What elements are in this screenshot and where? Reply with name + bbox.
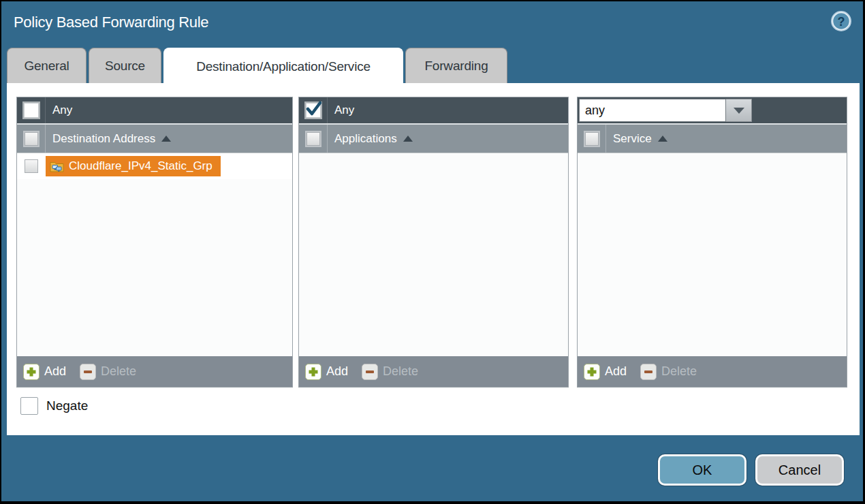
sort-asc-icon[interactable]	[403, 136, 413, 142]
add-button[interactable]: Add	[305, 364, 348, 380]
tab-bar: General Source Destination/Application/S…	[7, 48, 509, 83]
delete-button[interactable]: Delete	[362, 364, 418, 380]
applications-list	[299, 153, 568, 356]
destination-list: Cloudflare_IPv4_Static_Grp	[17, 153, 292, 356]
tab-forwarding[interactable]: Forwarding	[405, 48, 507, 83]
destination-select-all-checkbox[interactable]	[25, 132, 38, 146]
negate-row: Negate	[20, 397, 88, 415]
applications-any-checkbox[interactable]	[306, 103, 321, 118]
destination-header-row: Destination Address	[17, 125, 292, 153]
add-button[interactable]: Add	[23, 364, 66, 380]
destination-any-checkbox[interactable]	[24, 103, 39, 118]
content-panel: Any Destination Address	[7, 83, 860, 435]
help-icon[interactable]: ?	[830, 10, 852, 32]
ok-button[interactable]: OK	[658, 454, 746, 486]
delete-button[interactable]: Delete	[640, 364, 697, 380]
applications-header-row: Applications	[299, 125, 568, 153]
destination-any-label: Any	[52, 104, 72, 117]
chevron-down-icon	[734, 108, 744, 114]
add-button[interactable]: Add	[584, 364, 627, 380]
delete-icon	[80, 364, 96, 380]
sort-asc-icon[interactable]	[658, 136, 667, 142]
add-icon	[584, 364, 600, 380]
add-icon	[305, 364, 321, 380]
service-dropdown-value[interactable]: any	[579, 99, 726, 122]
page-title: Policy Based Forwarding Rule	[14, 14, 208, 31]
delete-icon	[640, 364, 657, 380]
destination-any-bar: Any	[17, 97, 292, 123]
service-header-label[interactable]: Service	[613, 132, 652, 146]
applications-any-bar: Any	[299, 97, 568, 123]
tab-general[interactable]: General	[7, 48, 86, 83]
service-column: any Service Ad	[577, 97, 847, 388]
policy-based-forwarding-dialog: Policy Based Forwarding Rule ? General S…	[1, 1, 863, 501]
applications-column: Any Applications Add	[298, 97, 569, 388]
negate-checkbox[interactable]	[20, 397, 38, 415]
service-list	[578, 153, 847, 356]
row-checkbox[interactable]	[25, 159, 38, 173]
address-label: Cloudflare_IPv4_Static_Grp	[69, 159, 213, 173]
destination-footer: Add Delete	[17, 356, 292, 387]
service-footer: Add Delete	[578, 356, 847, 387]
title-bar: Policy Based Forwarding Rule ?	[1, 1, 863, 46]
address-group-icon	[50, 160, 64, 172]
cancel-button[interactable]: Cancel	[755, 454, 844, 486]
service-dropdown[interactable]: any	[579, 99, 752, 122]
applications-header-label[interactable]: Applications	[334, 132, 397, 146]
svg-text:?: ?	[838, 15, 845, 29]
service-select-all-checkbox[interactable]	[585, 132, 599, 146]
applications-footer: Add Delete	[299, 356, 568, 387]
service-any-bar: any	[578, 97, 847, 123]
destination-header-label[interactable]: Destination Address	[52, 132, 155, 146]
applications-any-label: Any	[334, 104, 354, 117]
dropdown-button[interactable]	[726, 99, 752, 122]
applications-select-all-checkbox[interactable]	[306, 132, 320, 146]
destination-column: Any Destination Address	[16, 97, 293, 388]
selected-address-entry[interactable]: Cloudflare_IPv4_Static_Grp	[46, 156, 221, 176]
negate-label: Negate	[46, 398, 88, 413]
table-row[interactable]: Cloudflare_IPv4_Static_Grp	[17, 153, 292, 179]
service-header-row: Service	[578, 125, 847, 153]
delete-icon	[362, 364, 378, 380]
delete-button[interactable]: Delete	[80, 364, 136, 380]
add-icon	[23, 364, 40, 380]
tab-destination-application-service[interactable]: Destination/Application/Service	[163, 48, 403, 84]
tab-source[interactable]: Source	[89, 48, 161, 83]
sort-asc-icon[interactable]	[161, 136, 171, 142]
